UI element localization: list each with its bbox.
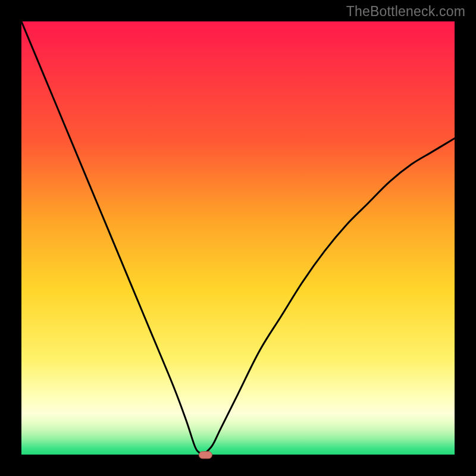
chart-frame: TheBottleneck.com bbox=[0, 0, 476, 476]
watermark-text: TheBottleneck.com bbox=[346, 4, 465, 20]
plot-background bbox=[21, 21, 455, 455]
optimal-point-marker bbox=[199, 452, 212, 459]
bottleneck-chart bbox=[0, 0, 476, 476]
